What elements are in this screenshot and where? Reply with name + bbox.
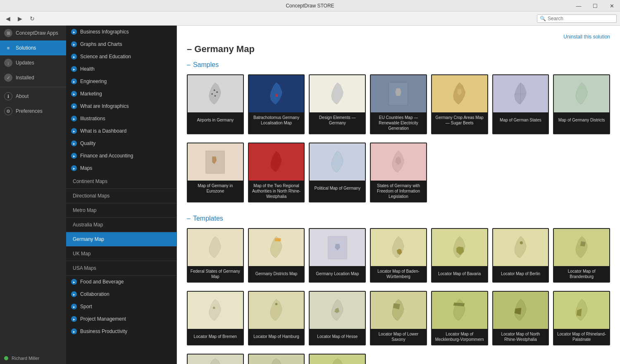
card-federal-states[interactable]: Federal States of Germany Map [187, 228, 244, 283]
card-locator-north-rhine[interactable]: Locator Map of North Rhine-Westphalia [492, 291, 549, 345]
nav-bullet-business-infographics [71, 29, 77, 35]
nav-sub-metro-map[interactable]: Metro Map [66, 203, 176, 218]
card-img-locator-hesse [310, 292, 365, 329]
nav-item-quality[interactable]: Quality [66, 137, 176, 150]
card-img-locator-bavaria [432, 229, 487, 266]
apps-icon: ⊞ [4, 29, 12, 37]
sidebar-item-installed[interactable]: ✓ Installed [0, 70, 66, 85]
uninstall-link[interactable]: Uninstall this solution [187, 34, 610, 40]
card-locator-bavaria[interactable]: Locator Map of Bavaria [431, 228, 488, 283]
nav-item-business-infographics[interactable]: Business Infographics [66, 26, 176, 38]
card-germany-crop[interactable]: Germany Crop Areas Map — Sugar Beets [431, 74, 488, 134]
card-germany-location[interactable]: Germany Location Map [309, 228, 366, 283]
card-two-regional[interactable]: Map of the Two Regional Authorities in N… [248, 143, 305, 202]
card-img-locator-north-rhine [493, 292, 548, 329]
card-locator-berlin[interactable]: Locator Map of Berlin [492, 228, 549, 283]
sidebar-item-preferences[interactable]: ⚙ Preferences [0, 104, 66, 119]
nav-main-items: Business Infographics Graphs and Charts … [66, 26, 176, 174]
nav-item-marketing[interactable]: Marketing [66, 88, 176, 100]
nav-item-collaboration[interactable]: Collaboration [66, 288, 176, 300]
sidebar-item-solutions[interactable]: ≡ Solutions [0, 40, 66, 55]
card-label-eu-countries: EU Countries Map — Renewable Electricity… [371, 112, 426, 133]
nav-item-sport[interactable]: Sport [66, 300, 176, 313]
maximize-button[interactable]: ☐ [587, 0, 603, 12]
nav-item-illustrations[interactable]: Illustrations [66, 112, 176, 125]
card-label-locator-baden: Locator Map of Baden-Württemberg [371, 266, 426, 282]
card-design-elements[interactable]: Design Elements — Germany [309, 74, 366, 134]
nav-item-engineering[interactable]: Engineering [66, 75, 176, 88]
nav-item-what-are-infographics[interactable]: What are Infographics [66, 100, 176, 112]
card-locator-brandenburg[interactable]: Locator Map of Brandenburg [553, 228, 610, 283]
nav-item-health[interactable]: Health [66, 63, 176, 75]
card-locator-baden[interactable]: Locator Map of Baden-Württemberg [370, 228, 427, 283]
card-img-design-elements [310, 75, 365, 112]
card-img-locator-baden [371, 229, 426, 266]
card-label-locator-bremen: Locator Map of Bremen [188, 329, 243, 344]
nav-sub-uk-map[interactable]: UK Map [66, 247, 176, 261]
card-locator-bremen[interactable]: Locator Map of Bremen [187, 291, 244, 345]
card-more-2[interactable] [248, 354, 305, 364]
card-map-german-states[interactable]: Map of German States [492, 74, 549, 134]
card-label-states-freedom: States of Germany with Freedom of Inform… [371, 181, 426, 202]
card-img-federal-states [188, 229, 243, 266]
nav-item-business-productivity[interactable]: Business Productivity [66, 325, 176, 338]
nav-sub-germany-map[interactable]: Germany Map [66, 232, 176, 247]
card-locator-mecklenburg[interactable]: Locator Map of Mecklenburg-Vorpommern [431, 291, 488, 345]
card-more-1[interactable] [187, 354, 244, 364]
card-img-more-3 [310, 354, 365, 364]
nav-bullet-what-are-infographics [71, 103, 77, 109]
search-icon: 🔍 [540, 16, 546, 21]
updates-icon: ↓ [4, 59, 12, 67]
nav-bullet-sport [71, 304, 77, 309]
card-img-eu-countries [371, 75, 426, 112]
nav-item-science-education[interactable]: Science and Education [66, 50, 176, 63]
nav-item-maps[interactable]: Maps [66, 162, 176, 174]
card-label-political-map: Political Map of Germany [310, 181, 365, 195]
card-locator-hesse[interactable]: Locator Map of Hesse [309, 291, 366, 345]
svg-point-12 [275, 303, 278, 305]
card-airports-germany[interactable]: Airports in Germany [187, 74, 244, 134]
nav-sub-directional-maps[interactable]: Directional Maps [66, 189, 176, 203]
sidebar-item-solutions-label: Solutions [16, 45, 36, 51]
forward-button[interactable]: ▶ [15, 14, 25, 23]
svg-rect-8 [275, 238, 281, 241]
nav-item-finance-accounting[interactable]: Finance and Accounting [66, 150, 176, 162]
user-name: Richard Miller [12, 356, 39, 361]
card-states-freedom[interactable]: States of Germany with Freedom of Inform… [370, 143, 427, 202]
card-batrachotomus[interactable]: Batrachotomus Germany Localisation Map [248, 74, 305, 134]
nav-bullet-what-is-dashboard [71, 128, 77, 134]
card-map-germany-districts[interactable]: Map of Germany Districts [553, 74, 610, 134]
card-locator-lower-saxony[interactable]: Locator Map of Lower Saxony [370, 291, 427, 345]
nav-item-what-is-dashboard[interactable]: What is a Dashboard [66, 125, 176, 137]
search-input[interactable] [548, 16, 614, 21]
card-img-political-map [310, 143, 365, 181]
sidebar-item-apps[interactable]: ⊞ ConceptDraw Apps [0, 26, 66, 40]
templates-toggle[interactable]: – [187, 215, 191, 222]
nav-item-graphs-charts[interactable]: Graphs and Charts [66, 38, 176, 50]
nav-item-project-management[interactable]: Project Management [66, 313, 176, 325]
close-button[interactable]: ✕ [603, 0, 620, 12]
card-political-map[interactable]: Political Map of Germany [309, 143, 366, 202]
sidebar-item-updates[interactable]: ↓ Updates [0, 55, 66, 70]
samples-toggle[interactable]: – [187, 61, 191, 69]
nav-item-food-beverage[interactable]: Food and Beverage [66, 276, 176, 288]
nav-sub-continent-maps[interactable]: Continent Maps [66, 174, 176, 189]
nav-label-business-infographics: Business Infographics [80, 29, 129, 35]
nav-sub-australia-map[interactable]: Australia Map [66, 218, 176, 232]
svg-point-1 [217, 91, 218, 93]
card-locator-rhineland[interactable]: Locator Map of Rhineland-Palatinate [553, 291, 610, 345]
back-button[interactable]: ◀ [3, 14, 13, 23]
refresh-button[interactable]: ↻ [27, 14, 37, 23]
card-germany-districts-tmpl[interactable]: Germany Districts Map [248, 228, 305, 283]
card-eu-countries[interactable]: EU Countries Map — Renewable Electricity… [370, 74, 427, 134]
card-more-3[interactable] [309, 354, 366, 364]
card-img-locator-mecklenburg [432, 292, 487, 329]
sidebar-item-preferences-label: Preferences [16, 108, 43, 114]
samples-grid: Airports in Germany Batrachotomus German… [187, 74, 610, 134]
nav-sub-usa-maps[interactable]: USA Maps [66, 261, 176, 276]
card-locator-hamburg[interactable]: Locator Map of Hamburg [248, 291, 305, 345]
card-germany-eurozone[interactable]: Map of Germany in Eurozone [187, 143, 244, 202]
nav-bullet-business-productivity [71, 328, 77, 334]
sidebar-item-about[interactable]: ℹ About [0, 89, 66, 104]
minimize-button[interactable]: — [570, 0, 587, 12]
